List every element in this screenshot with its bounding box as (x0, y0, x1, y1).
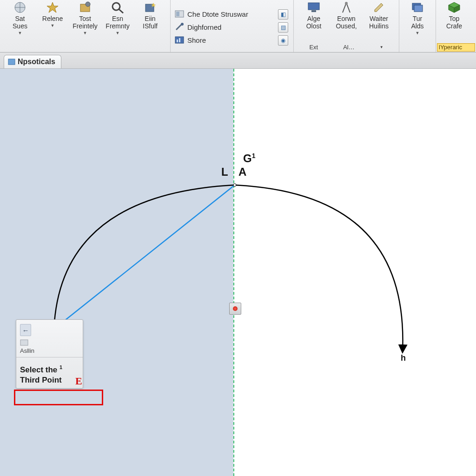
annotation-letter-E: E (75, 375, 82, 387)
ribbon-toolbar: Sat Sues ▼ Relene ▼ Tost Freintely ▼ Esn… (0, 0, 476, 53)
ribbon-btn-esn[interactable]: Esn Fremnty ▼ (101, 0, 134, 35)
document-tab[interactable]: Npsoticals (4, 55, 61, 68)
ribbon-btn-alge[interactable]: Alge Olost (298, 0, 330, 30)
list-label: Dighforned (187, 23, 221, 31)
svg-marker-1 (47, 2, 58, 13)
pencil-icon (371, 1, 387, 14)
list-label: Che Dtote Struswar (187, 10, 248, 18)
ribbon-list-item[interactable]: Shore (174, 34, 277, 46)
command-prompt-panel: ← Asllin Select the 1 Third Point (16, 319, 83, 389)
svg-rect-16 (311, 10, 316, 12)
tool-thumb-icon (20, 339, 28, 347)
star-icon (45, 1, 60, 14)
sub-label[interactable]: Ext (309, 44, 318, 51)
point-label-G: G1 (243, 152, 255, 165)
sub-label[interactable]: Al… (343, 44, 355, 51)
ribbon-btn-label: Waiter (370, 15, 388, 22)
ribbon-btn-label: ISfulf (143, 22, 158, 30)
ribbon-list-item[interactable]: Che Dtote Struswar (174, 8, 277, 20)
svg-point-11 (181, 23, 184, 26)
stack-icon (410, 1, 425, 14)
prompt-line1: Select the (20, 365, 57, 374)
window-icon: ◧ (281, 11, 286, 18)
arrow-left-icon: ← (22, 326, 29, 334)
svg-rect-26 (8, 59, 15, 65)
ribbon-group-list: Che Dtote Struswar Dighforned Shore ◧ ▤ … (171, 0, 294, 52)
small-btn-2[interactable]: ▤ (278, 22, 288, 33)
ribbon-btn-label: Top (449, 15, 460, 22)
ribbon-btn-top-crafe[interactable]: Top Crafe (438, 0, 470, 30)
ribbon-btn-label: Huilins (369, 22, 389, 30)
sparkle-box-icon (142, 1, 158, 14)
ribbon-btn-label: Tost (79, 15, 91, 22)
chevron-down-icon: ▼ (18, 31, 22, 35)
ribbon-btn-label: Tur (413, 15, 422, 22)
ribbon-group-1: Sat Sues ▼ Relene ▼ Tost Freintely ▼ Esn… (0, 0, 171, 52)
ribbon-btn-label: Oused, (336, 22, 357, 30)
prompt-tool-label: Asllin (20, 347, 79, 354)
ribbon-btn-label: Eorwn (337, 15, 356, 22)
svg-marker-20 (375, 3, 383, 12)
ribbon-btn-label: Esn (112, 15, 123, 22)
ribbon-btn-label: Freintely (73, 22, 98, 30)
ribbon-btn-label: Eiin (145, 15, 155, 22)
tab-label: Npsoticals (18, 58, 55, 66)
doc-icon: ▤ (281, 24, 286, 31)
svg-line-5 (119, 9, 123, 13)
ribbon-btn-label: Alge (307, 15, 320, 22)
geometry-overlay (0, 69, 476, 476)
ribbon-btn-label: Fremnty (106, 22, 129, 30)
prompt-back-button[interactable]: ← (20, 324, 31, 336)
ribbon-btn-tost[interactable]: Tost Freintely ▼ (69, 0, 101, 35)
prompt-line2: Third Point (20, 376, 62, 384)
ribbon-btn-tur[interactable]: Tur Alds ▼ (401, 0, 434, 35)
ribbon-btn-label: Crafe (446, 22, 462, 30)
document-tabstrip: Npsoticals (0, 53, 476, 69)
wand-icon (174, 22, 185, 32)
ribbon-btn-relene[interactable]: Relene ▼ (36, 0, 69, 35)
svg-point-19 (345, 2, 348, 5)
ribbon-group-2: Alge Olost Eorwn Oused, Waiter Huilins E… (294, 0, 399, 52)
tab-doc-icon (8, 59, 15, 65)
drawing-canvas[interactable]: G1 L A h ← Asllin Select the 1 Third Poi… (0, 69, 476, 476)
ribbon-group-3: Tur Alds ▼ (399, 0, 436, 52)
ribbon-list-item[interactable]: Dighforned (174, 21, 277, 33)
panel-icon (174, 9, 185, 19)
origin-dot-icon (233, 306, 238, 311)
highlighted-field[interactable]: lYperaric (437, 43, 475, 52)
list-label: Shore (187, 36, 206, 44)
chevron-down-icon: ▼ (416, 31, 420, 35)
globe-icon (12, 1, 28, 14)
annotation-highlight-box (14, 390, 103, 405)
small-btn-1[interactable]: ◧ (278, 9, 288, 20)
svg-point-4 (112, 3, 120, 10)
svg-rect-30 (20, 340, 28, 345)
cube-green-icon (446, 1, 462, 14)
ribbon-btn-waiter[interactable]: Waiter Huilins (363, 0, 395, 30)
globe-small-icon: ◉ (281, 37, 285, 44)
box-gear-icon (77, 1, 93, 14)
magnifier-icon (110, 1, 126, 14)
svg-rect-9 (176, 12, 179, 16)
point-label-L: L (221, 165, 228, 178)
ribbon-btn-label: Sat (15, 15, 25, 22)
ribbon-btn-eorwn[interactable]: Eorwn Oused, (330, 0, 363, 30)
svg-rect-13 (177, 40, 178, 42)
chevron-down-icon[interactable]: ▼ (380, 45, 383, 49)
compass-icon (338, 1, 354, 14)
highlight-text: lYperaric (439, 44, 462, 51)
small-btn-3[interactable]: ◉ (278, 35, 288, 46)
origin-marker-button[interactable] (229, 303, 241, 315)
chevron-down-icon: ▼ (83, 31, 87, 35)
chevron-down-icon: ▼ (116, 31, 120, 35)
monitor-icon (306, 1, 322, 14)
ribbon-btn-sat-sues[interactable]: Sat Sues ▼ (4, 0, 36, 35)
svg-rect-14 (179, 38, 180, 42)
chart-icon (174, 35, 185, 45)
ribbon-btn-label: Olost (306, 22, 322, 30)
ribbon-btn-eiin[interactable]: Eiin ISfulf (134, 0, 166, 35)
svg-rect-15 (308, 3, 319, 10)
ribbon-btn-label: Alds (411, 22, 423, 30)
svg-point-29 (233, 184, 236, 186)
svg-rect-22 (414, 5, 423, 12)
